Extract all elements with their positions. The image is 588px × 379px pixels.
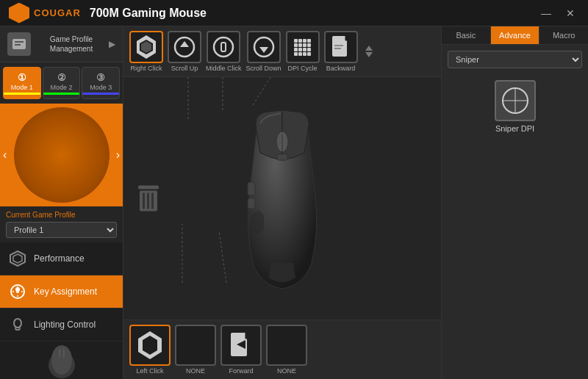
profile-select[interactable]: Profile 1 Profile 2 Profile 3 [6,222,117,238]
scroll-up-box [168,31,201,63]
mouse-thumb-svg [40,342,84,378]
mode-3-num: ③ [96,72,105,83]
sniper-label: Sniper DPI [495,124,534,133]
sniper-icon-area: Sniper DPI [448,74,582,139]
backward-box [324,31,358,63]
dpi-grid-icon [294,39,311,56]
advance-select[interactable]: Sniper DPI+ DPI- Fire [448,51,582,68]
bottom-none-1-key[interactable]: NONE [175,325,216,375]
svg-marker-23 [180,41,189,47]
scroll-up-indicator [365,46,373,51]
forward-box [220,325,262,366]
mode-2-button[interactable]: ② Mode 2 [43,67,81,99]
forward-label: Forward [229,367,253,375]
dpi-cycle-box [286,31,320,63]
mode-1-num: ① [18,72,26,83]
dpi-cycle-key[interactable]: DPI Cycle [286,31,320,72]
profile-header[interactable]: Game ProfileManagement ▶ [0,26,123,62]
scroll-down-indicator [365,52,373,57]
svg-marker-3 [10,251,25,266]
brand-logo: COUGAR [9,3,81,24]
mode-1-label: Mode 1 [11,84,33,91]
sidebar-item-lighting[interactable]: Lighting Control [0,308,123,342]
mode-2-indicator [43,93,80,95]
bottom-none-1-label: NONE [186,367,205,375]
svg-rect-25 [221,43,226,51]
performance-icon [9,250,26,267]
middle-click-box [207,31,240,63]
svg-marker-27 [259,47,268,53]
sidebar-profile-image: ‹ › [0,104,123,206]
right-tabs: Basic Advance Macro [442,26,588,45]
scroll-up-key[interactable]: Scroll Up [168,31,201,72]
scroll-down-key[interactable]: Scroll Down [246,31,282,72]
title-bar: COUGAR 700M Gaming Mouse — ✕ [0,0,588,26]
current-profile-section: Current Game Profile Profile 1 Profile 2… [0,206,123,242]
mouse-image [216,101,348,295]
dpi-cycle-label: DPI Cycle [288,65,318,72]
current-profile-label: Current Game Profile [6,211,117,219]
lighting-label: Lighting Control [34,320,96,330]
sidebar-prev-button[interactable]: ‹ [3,148,7,162]
sidebar-next-button[interactable]: › [116,148,120,162]
left-click-box [129,325,171,366]
forward-key[interactable]: Forward [220,325,262,375]
window-controls: — ✕ [537,6,579,21]
sidebar-mouse-thumb-area: 700M [0,342,123,379]
mode-2-label: Mode 2 [50,84,72,91]
tab-advance[interactable]: Advance [491,26,540,44]
scroll-down-label: Scroll Down [246,65,282,72]
svg-rect-38 [248,198,255,209]
left-click-key[interactable]: Left Click [129,325,171,375]
sniper-icon-box[interactable] [495,80,536,121]
sidebar-item-key-assignment[interactable]: Key Assignment [0,275,123,308]
svg-point-24 [214,37,233,57]
svg-rect-36 [277,154,287,160]
cougar-icon [9,3,29,24]
bottom-none-2-key[interactable]: NONE [266,325,307,375]
key-assignment-label: Key Assignment [34,286,97,297]
scroll-indicators [365,46,373,57]
backward-key[interactable]: Backward [324,31,358,72]
svg-rect-2 [15,44,21,46]
lighting-icon [9,316,26,333]
trash-lid [138,186,159,190]
window-title: 700M Gaming Mouse [90,7,207,20]
sidebar-menu: Performance Key Assignment [0,242,123,342]
tab-macro[interactable]: Macro [539,26,588,44]
mouse-config-area [123,77,441,320]
svg-marker-4 [13,254,22,263]
trash-icon[interactable] [140,191,157,212]
brand-name: COUGAR [34,7,81,18]
bottom-key-buttons: Left Click NONE F [123,320,441,379]
mode-buttons: ① Mode 1 ② Mode 2 ③ Mode 3 [0,62,123,104]
svg-rect-33 [334,48,341,49]
mode-3-button[interactable]: ③ Mode 3 [82,67,120,99]
middle-click-key[interactable]: Middle Click [206,31,242,72]
mode-1-indicator [4,93,40,95]
main-layout: Game ProfileManagement ▶ ① Mode 1 ② Mode… [0,26,588,379]
bottom-none-2-box [266,325,307,366]
sidebar-item-performance[interactable]: Performance [0,242,123,275]
svg-rect-1 [15,41,24,43]
mode-1-button[interactable]: ① Mode 1 [3,67,41,99]
top-key-buttons: Right Click Scroll Up [123,26,441,77]
svg-point-12 [14,319,21,328]
mode-3-label: Mode 3 [90,84,112,91]
mode-2-num: ② [57,72,66,83]
trash-area [138,186,159,212]
svg-rect-37 [248,182,255,195]
left-click-label: Left Click [136,367,163,375]
right-click-box [129,31,163,63]
close-button[interactable]: ✕ [562,6,579,21]
sidebar-bg-circle [14,107,110,203]
bottom-none-1-box [175,325,216,366]
tab-basic[interactable]: Basic [442,26,491,44]
content-area: Right Click Scroll Up [123,26,441,379]
right-click-key[interactable]: Right Click [129,31,163,72]
crosshair-icon [502,87,528,114]
svg-rect-32 [334,45,343,46]
minimize-button[interactable]: — [537,6,556,21]
right-panel-content: Sniper DPI+ DPI- Fire Sniper DPI [442,45,588,379]
right-click-label: Right Click [130,65,162,72]
